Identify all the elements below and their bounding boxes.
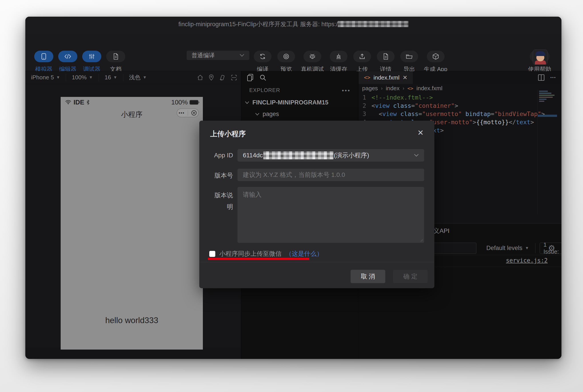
log-levels-value: Default levels [486,245,522,252]
clear-cache-button[interactable]: 清缓存 [330,51,348,73]
minimap[interactable] [538,90,557,214]
broom-icon [336,53,342,60]
new-file-icon[interactable] [247,74,254,81]
remote-debug-button[interactable]: 真机调试 [301,51,324,73]
details-button[interactable]: 详情 [377,51,395,73]
tree-item-pages[interactable]: pages [255,111,279,118]
chevron-down-icon [255,113,259,116]
scan-icon[interactable] [231,74,237,81]
split-editor-icon[interactable] [538,74,545,81]
device-bar: iPhone 5▼ 100%▼ 16▼ 浅色▼ [25,71,241,84]
code-line[interactable]: 2<view class="container"> [359,102,562,110]
dialog-title: 上传小程序 [210,129,246,139]
document-icon [113,53,118,60]
editor-tab-bar: <> index.fxml ✕ ••• [359,71,562,84]
wechat-sync-label: 小程序同步上传至微信 [219,250,281,258]
sliders-icon [89,53,95,60]
package-icon [433,53,439,60]
zoom-value: 100% [72,74,87,81]
upload-icon [359,53,365,60]
tab-index-fxml[interactable]: <> index.fxml ✕ [359,71,413,84]
battery-icon [189,100,198,105]
chevron-down-icon [245,101,249,104]
theme-value: 浅色 [129,74,141,81]
bluetooth-icon [86,100,89,105]
simulator-screen: IDE 100% 小程序 ••• hello world333 [61,97,203,350]
device-select[interactable]: iPhone 5▼ [25,74,66,81]
minimap-highlight [538,115,557,117]
preview-button[interactable]: 预览 [277,51,295,73]
tree-item-project[interactable]: FINCLIP-MINIPROGRAM15 [245,99,328,106]
breadcrumb-file[interactable]: index.fxml [416,85,442,92]
breadcrumb-pages[interactable]: pages [362,85,378,92]
compile-mode-select[interactable]: 普通编译 [187,51,249,60]
generate-app-button[interactable]: 生成 App [424,51,448,73]
editor-mode-button[interactable]: 编辑器 [58,51,77,73]
capsule-divider [188,110,188,116]
dialog-close-icon[interactable]: ✕ [418,128,424,137]
simulator-status-bar: IDE 100% [61,97,203,108]
compile-mode-value: 普通编译 [191,52,215,59]
theme-select[interactable]: 浅色▼ [123,74,153,81]
chevron-down-icon: ▼ [143,75,147,80]
what-is-this-link[interactable]: （这是什么） [285,250,323,258]
location-icon[interactable] [209,74,214,81]
docs-button[interactable]: 文档 [106,51,125,73]
description-textarea[interactable] [237,187,424,243]
zoom-select[interactable]: 100%▼ [66,74,99,81]
editor-more-icon[interactable]: ••• [550,76,556,80]
phone-icon [41,53,47,60]
confirm-button[interactable]: 确 定 [393,270,428,283]
appid-label: App ID [199,152,233,159]
source-link[interactable]: service.js:2 [506,257,548,264]
code-line[interactable]: 1<!--index.ftml--> [359,93,562,102]
more-menu-button[interactable]: ••• [179,110,185,116]
debugger-mode-button[interactable]: 调试器 [82,51,101,73]
version-input[interactable] [237,169,424,181]
search-icon[interactable] [259,74,266,81]
wechat-sync-row: 小程序同步上传至微信 （这是什么） [209,250,323,258]
code-line[interactable]: 3 <view class="usermotto" bindtap="bindV… [359,110,562,118]
fontsize-select[interactable]: 16▼ [99,74,123,81]
wifi-icon [65,100,71,104]
chevron-right-icon: › [403,86,404,91]
close-tab-icon[interactable]: ✕ [403,74,408,81]
fxml-file-icon: <> [364,74,370,81]
appid-select[interactable]: 6114dc(演示小程序) [237,149,424,162]
version-label: 版本号 [199,171,233,180]
code-icon [64,54,71,59]
chevron-down-icon [239,54,244,57]
bug-icon [309,53,316,60]
avatar-hat [536,51,545,56]
fxml-file-icon: <> [408,86,414,91]
user-avatar[interactable] [533,50,548,65]
upload-button[interactable]: 上传 [353,51,371,73]
dialog-footer: 取 消 确 定 [199,262,434,288]
carrier-label: IDE [73,99,84,106]
project-name: FINCLIP-MINIPROGRAM15 [252,99,328,106]
close-miniapp-button[interactable] [191,110,197,116]
breadcrumb-index[interactable]: index [386,85,400,92]
chevron-down-icon: ▼ [525,246,529,250]
miniapp-capsule: ••• [177,108,199,117]
appid-value-suffix: (演示小程序) [334,151,369,160]
preview-icon [283,53,289,60]
cancel-button[interactable]: 取 消 [351,270,385,283]
folder-name: pages [263,111,279,118]
wechat-sync-checkbox[interactable] [209,251,215,257]
explorer-more-button[interactable]: ••• [342,87,351,94]
chevron-right-icon: › [381,86,383,91]
compile-button[interactable]: 编译 [254,51,271,73]
explorer-title: EXPLORER [249,87,280,94]
folder-icon [406,54,413,59]
chevron-down-icon [414,154,419,157]
log-levels-select[interactable]: Default levels ▼ [486,245,529,252]
simulator-mode-button[interactable]: 模拟器 [34,51,53,73]
tab-label: index.fxml [374,74,400,81]
chevron-down-icon: ▼ [113,75,117,80]
rotate-device-icon[interactable] [219,74,225,81]
redacted-appid [263,151,334,159]
home-icon[interactable] [197,74,203,81]
console-settings-gear-icon[interactable]: ⚙ [548,244,555,253]
export-button[interactable]: 导出 [400,51,418,73]
